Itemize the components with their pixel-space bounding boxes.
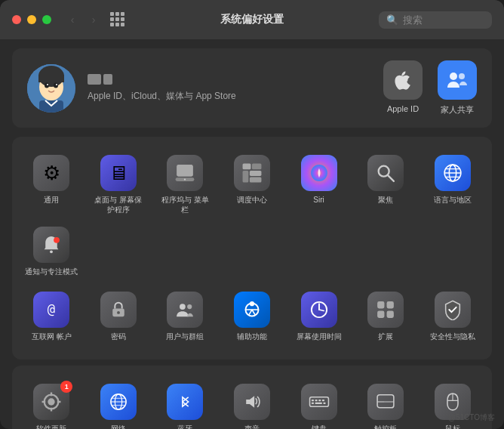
- pref-item-general[interactable]: ⚙通用: [18, 149, 85, 221]
- siri-label: Siri: [313, 195, 324, 205]
- pref-item-bluetooth[interactable]: 蓝牙: [152, 378, 219, 429]
- svg-point-13: [184, 178, 186, 180]
- security-label: 安全性与隐私: [430, 332, 475, 341]
- pref-item-extensions[interactable]: 扩展: [352, 285, 419, 347]
- svg-rect-60: [318, 400, 321, 401]
- svg-rect-11: [177, 165, 194, 177]
- watermark: @51CTO博客: [448, 412, 495, 423]
- window-title: 系统偏好设置: [220, 13, 284, 26]
- trackpad-icon: [367, 384, 404, 420]
- avatar-svg: [27, 64, 75, 113]
- maximize-button[interactable]: [42, 15, 51, 24]
- svg-point-5: [54, 82, 58, 88]
- apple-id-label: Apple ID: [387, 104, 419, 113]
- mission-icon: [234, 155, 270, 191]
- back-arrow[interactable]: ‹: [63, 11, 81, 29]
- accessibility-label: 辅助功能: [237, 332, 267, 341]
- svg-rect-62: [311, 403, 313, 404]
- sound-icon: [234, 384, 270, 420]
- pref-item-accessibility[interactable]: 辅助功能: [219, 285, 286, 347]
- svg-rect-18: [250, 177, 262, 182]
- avatar[interactable]: [27, 64, 75, 113]
- svg-point-31: [117, 311, 120, 314]
- bluetooth-label: 蓝牙: [177, 424, 192, 429]
- profile-section: Apple ID、iCloud、媒体与 App Store Apple ID: [12, 48, 492, 128]
- svg-text:@: @: [48, 301, 55, 316]
- minimize-button[interactable]: [27, 15, 36, 24]
- profile-left: Apple ID、iCloud、媒体与 App Store: [27, 64, 236, 113]
- close-button[interactable]: [12, 15, 21, 24]
- notifications-label: 通知与专注模式: [25, 267, 78, 276]
- keyboard-label: 键盘: [312, 424, 327, 429]
- keyboard-icon: [301, 384, 337, 420]
- search-box[interactable]: 🔍: [379, 11, 492, 29]
- pref-item-users[interactable]: 用户与群组: [152, 285, 219, 347]
- grid-icon[interactable]: [110, 12, 125, 27]
- pref-item-notifications[interactable]: 通知与专注模式: [18, 221, 85, 282]
- pref-item-trackpad[interactable]: 触控板: [352, 378, 419, 429]
- pref-item-siri[interactable]: Siri: [285, 149, 352, 221]
- accessibility-icon: [234, 292, 270, 328]
- pref-item-software[interactable]: 软件更新: [18, 378, 85, 429]
- family-sharing-action[interactable]: 家人共享: [438, 60, 477, 116]
- svg-point-27: [50, 250, 53, 253]
- profile-subtitle: Apple ID、iCloud、媒体与 App Store: [88, 90, 236, 103]
- notifications-icon: [33, 227, 69, 263]
- pref-item-security[interactable]: 安全性与隐私: [419, 285, 486, 347]
- pref-item-screentime[interactable]: 屏幕使用时间: [285, 285, 352, 347]
- svg-line-37: [248, 310, 252, 316]
- users-icon: [167, 292, 203, 328]
- passwords-icon: [100, 292, 137, 328]
- pref-item-spotlight[interactable]: 聚焦: [352, 149, 419, 221]
- forward-arrow[interactable]: ›: [85, 11, 103, 29]
- svg-point-32: [180, 304, 186, 310]
- profile-info: Apple ID、iCloud、媒体与 App Store: [88, 74, 236, 103]
- svg-rect-61: [321, 400, 324, 401]
- prefs-section-2: 软件更新网络蓝牙声音键盘触控板鼠标显示器 打印机与 扫描仪节能JAN17日期与时…: [12, 366, 492, 429]
- siri-icon: [301, 155, 337, 191]
- svg-line-38: [252, 310, 256, 316]
- pref-item-keyboard[interactable]: 键盘: [285, 378, 352, 429]
- svg-point-6: [47, 84, 48, 85]
- content-area: Apple ID、iCloud、媒体与 App Store Apple ID: [0, 39, 504, 429]
- desktop-icon: 🖥: [100, 155, 137, 191]
- pref-item-language[interactable]: 语言与地区: [419, 149, 486, 221]
- svg-rect-43: [387, 301, 394, 308]
- screentime-icon: [301, 292, 337, 328]
- pref-item-dock[interactable]: 程序坞与 菜单栏: [152, 149, 219, 221]
- svg-rect-44: [377, 311, 384, 318]
- extensions-label: 扩展: [378, 332, 393, 341]
- desktop-label: 桌面与 屏幕保护程序: [92, 195, 145, 214]
- internet-label: 互联网 帐户: [32, 332, 72, 341]
- svg-rect-59: [315, 400, 317, 401]
- profile-name: [88, 74, 236, 87]
- system-preferences-window: ‹ › 系统偏好设置 🔍: [0, 0, 504, 429]
- pref-item-internet[interactable]: @互联网 帐户: [18, 285, 85, 347]
- general-label: 通用: [44, 195, 59, 205]
- pref-item-desktop[interactable]: 🖥桌面与 屏幕保护程序: [85, 149, 152, 221]
- svg-rect-63: [315, 403, 321, 404]
- svg-rect-14: [243, 164, 251, 170]
- apple-id-icon: [383, 60, 423, 100]
- svg-rect-3: [38, 75, 64, 82]
- prefs-section-1: ⚙通用🖥桌面与 屏幕保护程序程序坞与 菜单栏调度中心Siri聚焦语言与地区通知与…: [12, 137, 492, 360]
- nav-arrows: ‹ ›: [63, 11, 103, 29]
- language-icon: [435, 155, 471, 191]
- svg-rect-16: [243, 171, 249, 183]
- pref-item-mission[interactable]: 调度中心: [219, 149, 286, 221]
- language-label: 语言与地区: [434, 195, 472, 205]
- software-icon: [33, 384, 69, 420]
- svg-rect-58: [311, 400, 313, 401]
- search-input[interactable]: [403, 14, 484, 26]
- pref-item-passwords[interactable]: 密码: [85, 285, 152, 347]
- traffic-lights: [12, 15, 51, 24]
- software-label: 软件更新: [36, 424, 66, 429]
- pref-item-network[interactable]: 网络: [85, 378, 152, 429]
- extensions-icon: [367, 292, 404, 328]
- pref-item-sound[interactable]: 声音: [219, 378, 286, 429]
- dock-label: 程序坞与 菜单栏: [158, 195, 211, 214]
- general-icon: ⚙: [33, 155, 69, 191]
- svg-rect-45: [387, 311, 394, 318]
- svg-rect-57: [309, 397, 328, 406]
- apple-id-action[interactable]: Apple ID: [383, 60, 423, 116]
